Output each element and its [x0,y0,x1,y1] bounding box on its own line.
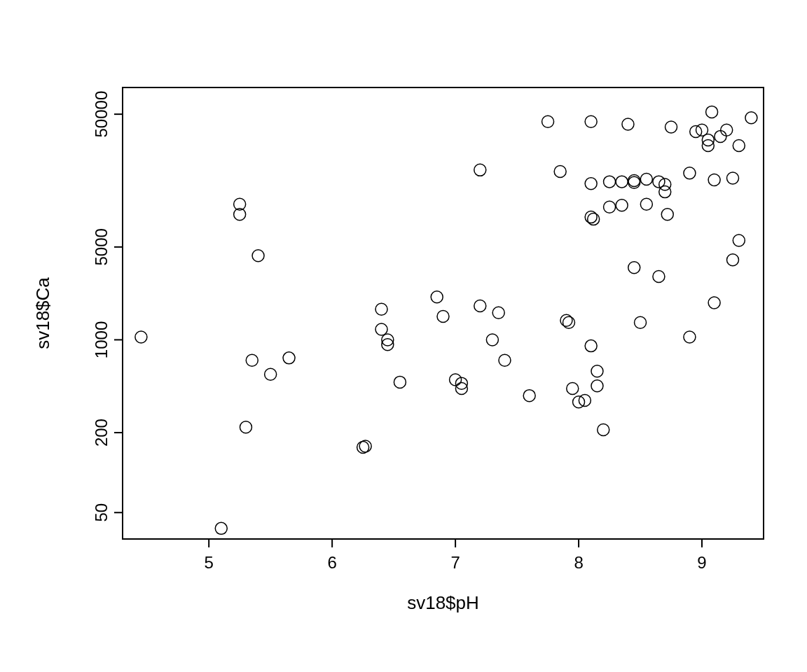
data-point [721,124,733,136]
data-point [560,314,572,326]
data-point [585,115,597,127]
x-tick-label: 9 [697,553,706,572]
x-axis-label: sv18$pH [407,592,479,613]
plot-area-border [123,88,764,539]
x-tick-label: 6 [327,553,336,572]
data-point [708,174,720,186]
data-point [622,118,634,130]
data-point [246,354,258,366]
data-point [684,331,696,343]
y-tick-label: 200 [92,419,111,447]
data-point [585,178,597,190]
data-point [492,307,504,318]
x-tick-label: 8 [574,553,583,572]
data-point [591,380,603,392]
data-point [635,316,647,328]
x-axis: 56789 [123,539,764,572]
data-point [394,376,406,388]
y-axis-label: sv18$Ca [32,277,53,349]
data-point [542,115,554,127]
x-tick-label: 7 [450,553,460,572]
data-point [437,311,449,323]
data-point [653,270,665,282]
data-point [474,300,486,312]
data-point [659,186,671,198]
data-point [554,166,566,178]
data-point [499,354,511,366]
data-point [640,198,652,210]
data-point [727,172,739,184]
x-tick-label: 5 [204,553,213,572]
y-tick-label: 50 [92,503,111,522]
data-point [727,254,739,266]
data-point [745,112,757,124]
data-points [135,106,757,534]
data-point [474,164,486,176]
data-point [240,421,251,433]
y-tick-label: 1000 [92,321,111,358]
data-point [733,140,745,152]
data-point [604,201,616,213]
data-point [684,167,696,179]
data-point [640,173,652,185]
data-point [375,323,387,335]
data-point [215,522,227,534]
data-point [135,331,147,343]
data-point [708,297,720,309]
data-point [628,262,640,274]
data-point [715,130,726,142]
data-point [661,209,673,220]
data-point [283,352,295,364]
data-point [523,390,535,402]
scatter-chart: 56789 502001000500050000 sv18$pH sv18$Ca [0,0,807,672]
data-point [585,211,597,223]
data-point [591,365,603,377]
data-point [265,368,277,380]
data-point [375,303,387,315]
data-point [588,214,600,225]
y-tick-label: 50000 [92,91,111,138]
data-point [616,200,628,211]
data-point [252,250,264,262]
data-point [486,334,498,346]
data-point [665,121,677,133]
data-point [616,176,628,188]
data-point [567,382,579,394]
data-point [604,176,616,188]
y-tick-label: 5000 [92,228,111,265]
data-point [431,291,443,303]
data-point [563,316,574,328]
data-point [455,382,467,394]
data-point [598,424,609,436]
data-point [733,234,745,246]
data-point [706,106,718,118]
data-point [585,340,597,352]
y-axis: 502001000500050000 [92,88,123,539]
